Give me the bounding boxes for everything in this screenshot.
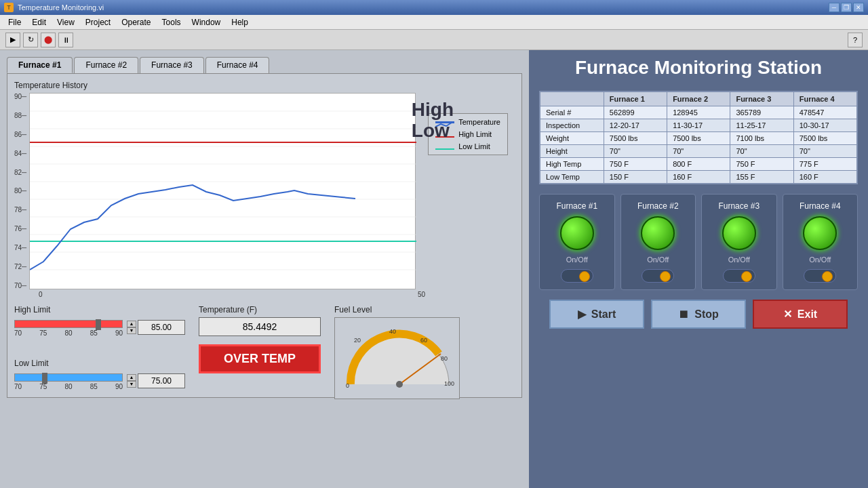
run-continuously-button[interactable]: ↻ [23,33,38,47]
low-limit-control: Low Limit 7075808590 ▲ [14,359,185,390]
exit-icon: ✕ [783,308,792,321]
menu-window[interactable]: Window [186,16,226,28]
stop-label: Stop [694,308,719,321]
minimize-button[interactable]: ─ [829,3,840,12]
table-body: Serial #562899128945365789478547Inspecti… [540,106,857,184]
low-limit-value-box[interactable] [138,373,185,388]
low-limit-track[interactable] [14,373,123,382]
run-arrow-button[interactable]: ▶ [5,33,20,47]
table-row-value: 7500 lbs [667,132,730,145]
temperature-value-box[interactable] [199,317,321,336]
low-text: Low [412,121,454,142]
low-limit-tick-labels: 7075808590 [14,383,123,390]
low-limit-thumb[interactable] [42,373,47,384]
exit-label: Exit [797,308,817,321]
col-header-label [540,92,604,106]
furnace-2-toggle[interactable] [642,269,674,283]
table-row-value: 12-20-17 [604,119,667,132]
high-limit-spinner[interactable]: ▲ ▼ [127,321,136,334]
high-limit-track[interactable] [14,320,123,328]
menu-tools[interactable]: Tools [157,16,186,28]
low-limit-label: Low Limit [458,142,490,150]
furnace-3-status-light [722,216,756,250]
low-limit-down[interactable]: ▼ [127,381,136,388]
table-row: Height70"70"70"70" [540,145,857,158]
furnace-3-toggle[interactable] [723,269,755,283]
menu-help[interactable]: Help [226,16,254,28]
table-row-value: 155 F [730,171,793,184]
furnace-3-title: Furnace #3 [718,201,760,211]
tab-furnace4[interactable]: Furnace #4 [205,57,270,73]
y-label-82: 82─ [14,169,26,176]
table-row-value: 150 F [604,171,667,184]
low-limit-line-icon [435,146,454,148]
high-limit-thumb[interactable] [96,319,101,330]
y-label-74: 74─ [14,244,26,251]
help-button[interactable]: ? [848,33,863,47]
svg-text:100: 100 [444,380,454,387]
furnace-1-title: Furnace #1 [556,201,597,211]
menu-operate[interactable]: Operate [116,16,156,28]
menu-project[interactable]: Project [80,16,116,28]
table-row-value: 7100 lbs [730,132,793,145]
fuel-level-control: Fuel Level 0 20 40 60 80 [334,305,460,399]
chart-title: Temperature History [14,81,515,90]
menu-file[interactable]: File [3,16,26,28]
pause-button[interactable]: ⏸ [58,33,73,47]
tab-bar: Furnace #1 Furnace #2 Furnace #3 Furnace… [7,57,522,73]
menubar: File Edit View Project Operate Tools Win… [0,15,868,30]
furnace-card-3: Furnace #3 On/Off [701,194,777,290]
furnace-4-title: Furnace #4 [800,201,841,211]
low-limit-up[interactable]: ▲ [127,374,136,381]
table-row: Serial #562899128945365789478547 [540,106,857,119]
menu-edit[interactable]: Edit [26,16,52,28]
furnace-1-toggle[interactable] [561,269,593,283]
furnace-1-onoff-label: On/Off [566,256,588,264]
table-row-value: 800 F [667,158,730,171]
tab-furnace3[interactable]: Furnace #3 [140,57,204,73]
temperature-label: Temperature (F) [199,305,321,314]
tab-furnace1[interactable]: Furnace #1 [7,57,73,73]
y-label-84: 84─ [14,150,26,157]
high-limit-up[interactable]: ▲ [127,321,136,327]
y-label-80: 80─ [14,187,26,195]
low-limit-spinner[interactable]: ▲ ▼ [127,374,136,388]
stop-button[interactable]: ⏹ Stop [651,300,746,329]
high-limit-value-box[interactable] [138,320,185,335]
low-limit-value-input: ▲ ▼ [127,373,185,388]
tab-furnace2[interactable]: Furnace #2 [74,57,138,73]
table-row-value: 478547 [793,106,856,119]
furnace-cards: Furnace #1 On/Off Furnace #2 On/Off Furn… [539,194,858,290]
start-button[interactable]: ▶ Start [549,300,644,329]
table-row: Weight7500 lbs7500 lbs7100 lbs7500 lbs [540,132,857,145]
app-icon: T [4,3,14,12]
high-limit-down[interactable]: ▼ [127,327,136,334]
station-title: Furnace Monitoring Station [539,57,858,79]
chart-area [29,93,416,289]
furnace-4-toggle[interactable] [804,269,836,283]
stop-icon: ⏹ [678,308,689,321]
temperature-control: Temperature (F) OVER TEMP [199,305,321,373]
furnace-2-toggle-knob [660,271,671,282]
svg-point-21 [396,381,403,388]
furnace-data-table: Furnace 1 Furnace 2 Furnace 3 Furnace 4 … [540,92,857,184]
exit-button[interactable]: ✕ Exit [753,300,848,329]
table-row-value: 160 F [793,171,856,184]
table-row-value: 11-25-17 [730,119,793,132]
high-limit-control: High Limit 7075808590 ▲ [14,305,185,337]
restore-button[interactable]: ❐ [841,3,852,12]
right-panel: Furnace Monitoring Station Furnace 1 Fur… [529,50,868,488]
table-row: Inspection12-20-1711-30-1711-25-1710-30-… [540,119,857,132]
furnace-1-status-light [560,216,594,250]
y-label-86: 86─ [14,131,26,138]
menu-view[interactable]: View [52,16,80,28]
y-label-90: 90─ [14,93,26,100]
furnace-card-2: Furnace #2 On/Off [620,194,696,290]
table-row-label: Serial # [540,106,604,119]
table-row-value: 70" [730,145,793,158]
close-button[interactable]: ✕ [853,3,864,12]
col-header-f1: Furnace 1 [604,92,667,106]
abort-button[interactable]: ⬤ [41,33,56,47]
table-row-value: 365789 [730,106,793,119]
toolbar: ▶ ↻ ⬤ ⏸ ? [0,30,868,50]
